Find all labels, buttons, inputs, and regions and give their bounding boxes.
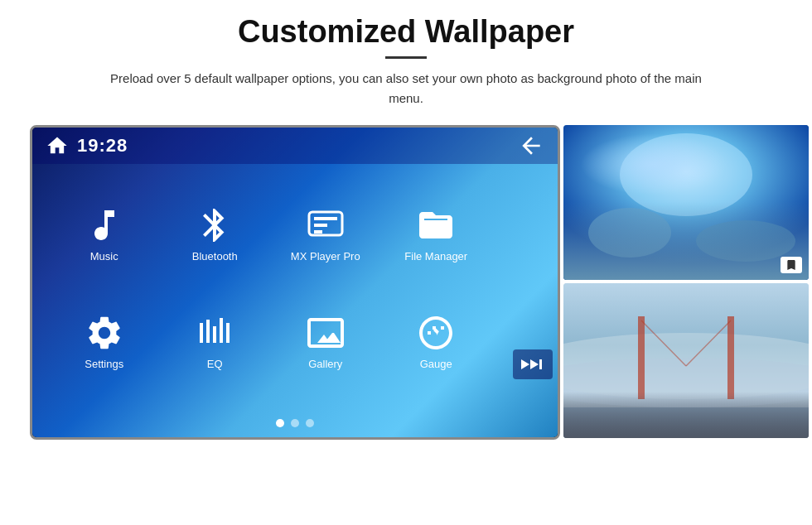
svg-rect-14 [727,316,734,399]
app-gallery[interactable]: Gallery [270,288,381,396]
screen-sidebar [508,172,558,404]
skip-button[interactable] [513,349,553,379]
gauge-icon [416,313,456,353]
title-underline [385,56,427,59]
mxplayer-icon [306,205,346,245]
svg-rect-3 [213,326,216,343]
app-bluetooth[interactable]: Bluetooth [160,181,271,288]
page-title: Customized Wallpaper [238,15,574,50]
app-gauge[interactable]: Gauge [381,288,492,396]
screen-topbar: 19:28 [32,128,558,164]
app-settings[interactable]: Settings [49,288,160,396]
dot-2[interactable] [291,419,299,427]
svg-rect-17 [563,407,809,438]
wallpaper-thumb-2[interactable] [563,283,809,438]
app-music-label: Music [90,250,118,262]
bridge-image [563,283,809,438]
app-mxplayer[interactable]: MX Player Pro [270,181,381,288]
bluetooth-icon [195,205,234,245]
dot-1[interactable] [276,419,284,427]
page-container: Customized Wallpaper Preload over 5 defa… [0,0,812,525]
content-row: 19:28 [0,125,812,440]
car-screen-wrapper: 19:28 [30,125,560,440]
ice-cave-image [563,125,809,280]
app-grid: Music Bluetooth MX Playe [32,172,508,404]
app-mxplayer-label: MX Player Pro [291,250,360,262]
app-gauge-label: Gauge [420,358,452,370]
car-screen: 19:28 [32,128,558,437]
gallery-icon [306,313,346,353]
music-icon [85,205,124,245]
app-filemanager[interactable]: File Manager [381,181,492,288]
app-gallery-label: Gallery [308,358,342,370]
svg-rect-4 [220,318,223,343]
filemanager-icon [416,205,456,245]
home-icon[interactable] [46,134,69,157]
bookmark-badge [781,257,802,273]
svg-rect-13 [638,316,645,399]
svg-rect-5 [226,323,230,343]
svg-point-8 [588,208,671,258]
topbar-right [518,132,544,159]
app-music[interactable]: Music [49,181,160,288]
svg-rect-6 [563,125,809,280]
back-icon[interactable] [518,132,544,159]
dot-3[interactable] [306,419,314,427]
app-eq-label: EQ [207,358,223,370]
screen-time: 19:28 [77,135,128,157]
app-eq[interactable]: EQ [160,288,271,396]
screen-apps: Music Bluetooth MX Playe [32,164,558,412]
screen-dots [32,412,558,437]
eq-icon [195,313,234,353]
svg-point-9 [696,220,795,262]
page-description: Preload over 5 default wallpaper options… [95,69,717,108]
settings-icon [85,313,124,353]
images-column [563,125,809,440]
wallpaper-thumb-1[interactable] [563,125,809,280]
svg-rect-1 [200,323,203,343]
topbar-left: 19:28 [46,134,128,157]
svg-rect-2 [206,320,210,343]
svg-point-7 [620,133,752,216]
app-bluetooth-label: Bluetooth [192,250,238,262]
app-settings-label: Settings [85,358,123,370]
app-filemanager-label: File Manager [404,250,467,262]
